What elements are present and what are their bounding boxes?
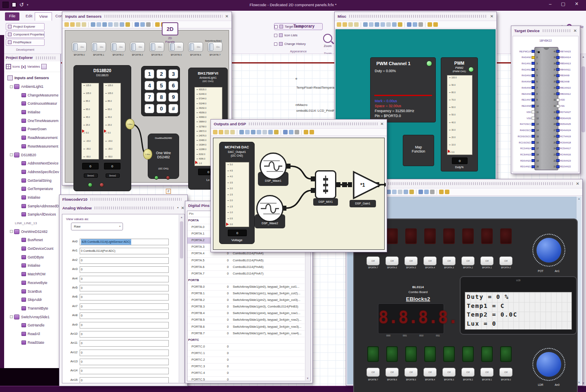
toolbar-icon[interactable] [445, 190, 449, 194]
pot-knob[interactable] [536, 238, 561, 263]
digital-pin-row-PORTB.7[interactable]: PORTB.70SwitchArraySlide1(pin7), keypad_… [187, 331, 305, 337]
toolbar-icon[interactable] [108, 22, 113, 27]
switch-knob[interactable] [170, 43, 175, 51]
portb-switch-0[interactable]: Off [366, 368, 380, 377]
tree-item[interactable]: MatchROM [4, 270, 60, 279]
clipped-toolbar-icon[interactable] [41, 64, 47, 69]
toolbar-icon[interactable] [348, 22, 353, 27]
tree-item[interactable]: ReceiveByte [4, 279, 60, 287]
digital-pin-row-PORTC.3[interactable]: PORTC.30 [187, 364, 305, 370]
onewire-node-2[interactable]: 1-Wire [143, 149, 152, 160]
slide-switch-3[interactable]: On [130, 42, 145, 52]
tree-item[interactable]: LINK_LINE_13 [4, 219, 60, 228]
analog-tab-title[interactable]: Analog Window [62, 206, 92, 210]
porta-switch-3[interactable]: Off [423, 256, 437, 265]
tree-item[interactable]: SampleAllDevices [4, 210, 60, 219]
portb-switch-5[interactable]: Off [461, 368, 475, 377]
toolbar-icon[interactable] [398, 22, 402, 27]
tree-item[interactable]: GetDeviceCount [4, 244, 60, 253]
portb-switch-7[interactable]: Off [499, 368, 513, 377]
tree-item[interactable]: Initialise [4, 261, 60, 270]
tree-item[interactable]: ReadMeasurement [4, 134, 60, 142]
tree-item[interactable]: SkipAddr [4, 296, 60, 304]
keypad-key-4[interactable]: 4 [144, 81, 154, 90]
porta-switch-2[interactable]: Off [404, 256, 418, 265]
analog-row-An14[interactable]: An140 [66, 367, 178, 376]
analog-value-field[interactable]: 0 [80, 276, 169, 282]
digital-pin-row-PORTB.2[interactable]: PORTB.20SwitchArraySlide1(pin2), keypad_… [187, 297, 305, 304]
toolbar-icon[interactable] [219, 130, 223, 134]
ds18b20-device-badge-1[interactable]: Device1 [84, 174, 98, 178]
analog-value-field[interactable]: 0 [80, 359, 169, 365]
toolbar-icon[interactable] [283, 130, 288, 134]
pwm-channel-component[interactable]: PWM Channel 1 Duty = 0.00% Mark = 0.00us… [370, 57, 436, 122]
tab-file[interactable]: File [5, 12, 19, 21]
toolbar-icon[interactable] [140, 22, 145, 27]
analog-value-field[interactable]: 0 [80, 266, 169, 273]
keypad-key-3[interactable]: 3 [168, 69, 178, 79]
dsp-wave2-icon[interactable] [256, 195, 284, 222]
digital-pin-row-PORTB[interactable]: ▸PORTB [187, 277, 305, 284]
toolbar-icon[interactable] [251, 130, 255, 134]
porta-switch-1[interactable]: Off [385, 256, 399, 265]
toolbar-icon[interactable] [257, 130, 261, 134]
toolbar-icon[interactable] [424, 190, 429, 194]
icons-view-icon[interactable] [6, 64, 11, 69]
digital-pin-row-PORTA.7[interactable]: PORTA.70ComboBL0114(PinA7) [187, 271, 305, 277]
tree-item[interactable]: AddressNextDevice [4, 159, 60, 168]
toolbar-icon[interactable] [76, 22, 80, 27]
slider-marker[interactable] [195, 161, 198, 164]
toolbar-icon[interactable] [97, 22, 101, 27]
switch-knob[interactable] [92, 43, 97, 51]
toolbar-icon[interactable] [295, 130, 299, 134]
analog-row-An5[interactable]: An50 [66, 284, 178, 293]
digital-pin-row-PORTB.1[interactable]: PORTB.10SwitchArraySlide1(pin1), keypad_… [187, 291, 305, 297]
analog-close-icon[interactable]: ✕ [181, 206, 184, 210]
analog-row-An4[interactable]: An40 [66, 275, 178, 284]
analog-row-An7[interactable]: An70 [66, 303, 178, 312]
dsp-gain-icon[interactable]: *1 [351, 169, 384, 202]
keypad-key-9[interactable]: 9 [168, 92, 178, 102]
variables-icon[interactable]: {x} [21, 65, 26, 69]
analog-value-field[interactable]: 0 [80, 285, 169, 291]
toolbar-icon[interactable] [380, 22, 385, 27]
expand-icon[interactable]: - [10, 85, 13, 88]
toolbar-icon[interactable] [409, 190, 414, 194]
toolbar-icon[interactable] [343, 22, 347, 27]
system-close-icon[interactable]: ✕ [576, 181, 579, 186]
digital-pin-row-PORTA.6[interactable]: PORTA.60ComboBL0114(PinA6) [187, 264, 305, 271]
portb-switch-2[interactable]: Off [404, 368, 418, 377]
analog-row-An12[interactable]: An120 [66, 349, 178, 358]
digital-pin-row-PORTC.1[interactable]: PORTC.10 [187, 350, 305, 357]
tree-item[interactable]: ContinuousMeasur [4, 99, 60, 108]
slider-marker[interactable] [448, 150, 450, 153]
tree-item[interactable]: GetHandle [4, 321, 60, 330]
tree-item[interactable]: -DS18B20 [4, 150, 60, 159]
variables-label[interactable]: Variables [27, 65, 40, 68]
porta-switch-4[interactable]: Off [442, 256, 456, 265]
slider-marker[interactable] [104, 129, 106, 133]
toolbar-icon[interactable] [224, 130, 229, 134]
toolbar-icon[interactable] [135, 22, 139, 27]
toolbar-icon[interactable] [407, 22, 411, 27]
slide-switch-2[interactable]: On [111, 42, 125, 52]
toolbar-icon[interactable] [245, 130, 250, 134]
portb-switch-6[interactable]: Off [480, 368, 494, 377]
digital-pin-row-PORTB.0[interactable]: PORTB.00SwitchArraySlide1(pin0), keypad_… [187, 284, 305, 291]
switch-knob[interactable] [131, 43, 136, 51]
toolbar-icon[interactable] [439, 190, 444, 194]
analog-value-field[interactable]: 0 ComboBL0114(Pot ADC) [80, 248, 169, 254]
tree-item[interactable]: TransmitByte [4, 304, 60, 313]
toolbar-icon[interactable] [64, 22, 69, 27]
analog-row-An8[interactable]: An80 [66, 312, 178, 321]
toolbar-icon[interactable] [70, 22, 75, 27]
slide-switch-0[interactable]: On [72, 42, 87, 52]
toolbar-icon[interactable] [398, 190, 402, 194]
outputs-close-icon[interactable]: ✕ [380, 122, 384, 126]
dsp-mixer-icon[interactable] [315, 170, 336, 199]
analog-row-An15[interactable]: An150 [66, 377, 178, 383]
ds18b20-component[interactable]: DS18B20 DS18B20 125.0105.085.065.045.025… [73, 65, 131, 191]
analog-value-field[interactable]: 0 [80, 257, 169, 264]
toolbar-icon[interactable] [230, 130, 235, 134]
scroll-up-icon[interactable]: ▲ [581, 55, 586, 58]
